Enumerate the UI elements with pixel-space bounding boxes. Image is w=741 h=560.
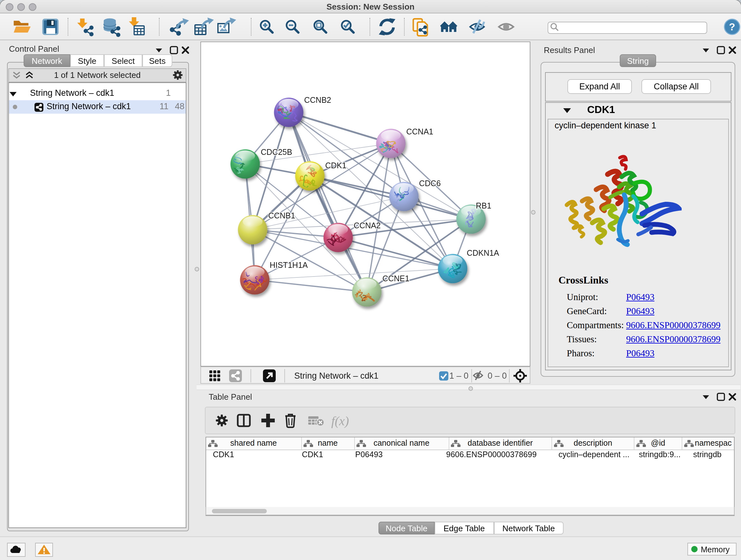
svg-text:1 – 0: 1 – 0 — [449, 371, 468, 381]
svg-text:CCNB2: CCNB2 — [304, 96, 331, 105]
svg-text:CDC6: CDC6 — [419, 179, 441, 188]
svg-text:CCNB1: CCNB1 — [268, 211, 295, 220]
svg-text:String Network – cdk1: String Network – cdk1 — [294, 371, 379, 381]
svg-text:CCNA1: CCNA1 — [406, 127, 433, 136]
svg-text:CDC25B: CDC25B — [261, 147, 292, 157]
svg-text:f(x): f(x) — [331, 414, 349, 428]
svg-text:CCNE1: CCNE1 — [382, 274, 409, 283]
svg-text:HIST1H1A: HIST1H1A — [270, 260, 308, 269]
svg-text:CDK1: CDK1 — [325, 161, 347, 170]
svg-text:0 – 0: 0 – 0 — [488, 371, 507, 381]
svg-text:CDKN1A: CDKN1A — [467, 248, 499, 257]
svg-text:?: ? — [729, 21, 735, 33]
svg-text:RB1: RB1 — [476, 201, 491, 210]
svg-text:CCNA2: CCNA2 — [354, 221, 381, 230]
